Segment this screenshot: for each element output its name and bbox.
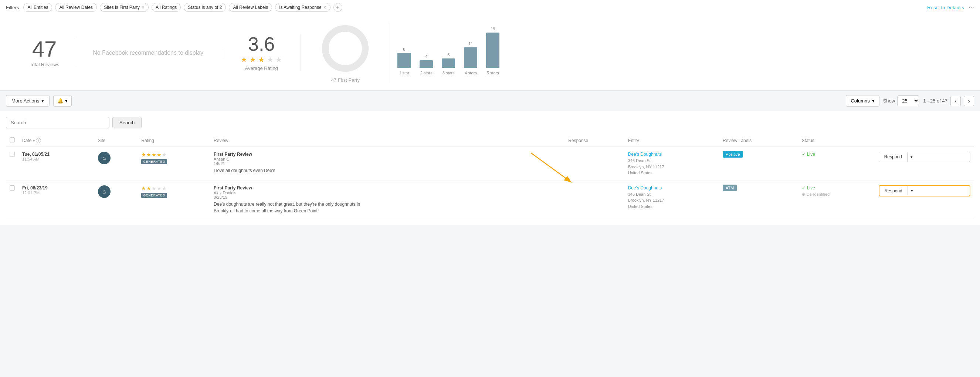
header-review-labels: Review Labels <box>719 134 798 147</box>
filter-chip-awaiting-response[interactable]: Is Awaiting Response × <box>275 3 331 12</box>
bar-value: 5 <box>447 53 450 57</box>
header-site: Site <box>94 134 138 147</box>
sort-icon: ▾ <box>33 139 35 143</box>
filter-chip-label: Sites is First Party <box>104 5 140 10</box>
facebook-message: No Facebook recommendations to display <box>93 48 203 58</box>
entity-link[interactable]: Dee's Doughnuts <box>628 185 715 190</box>
star-1: ★ <box>241 56 247 64</box>
search-button[interactable]: Search <box>112 117 142 128</box>
row-date-time: 11:54 AM <box>22 157 91 161</box>
row-date-col: Fri, 08/23/19 12:01 PM <box>19 181 94 219</box>
row-status-col: ✓ Live ⊘ De-Identified <box>798 181 875 219</box>
pagination: 1 - 25 of 47 ‹ › <box>923 96 974 106</box>
row-rating-col: ★ ★ ★ ★ ★ GENERATED <box>137 147 210 181</box>
row-entity-col: Dee's Doughnuts 346 Dean St.Brooklyn, NY… <box>624 181 719 219</box>
row-checkbox[interactable] <box>10 152 15 157</box>
row-review-col: First Party Review Ahsan Q. 1/5/21 I lov… <box>210 147 565 181</box>
bar-rect <box>486 32 500 68</box>
review-date: 8/23/19 <box>214 195 561 200</box>
check-icon: ✓ <box>802 152 805 157</box>
review-title: First Party Review <box>214 185 561 190</box>
facebook-block: No Facebook recommendations to display <box>74 48 222 58</box>
prev-page-button[interactable]: ‹ <box>950 96 961 106</box>
info-icon[interactable]: i <box>36 138 41 143</box>
review-text: I love all doughnuts even Dee's <box>214 167 369 174</box>
star-filled: ★ <box>146 152 151 158</box>
respond-button-label[interactable]: Respond <box>879 152 907 162</box>
rating-stars: ★ ★ ★ ★ ★ <box>241 55 282 64</box>
pagination-text: 1 - 25 of 47 <box>923 98 947 104</box>
row-entity-col: Dee's Doughnuts 346 Dean St.Brooklyn, NY… <box>624 147 719 181</box>
columns-button[interactable]: Columns ▾ <box>846 95 879 107</box>
site-icon: ⌂ <box>98 185 111 198</box>
bell-button[interactable]: 🔔 ▾ <box>53 95 72 107</box>
entity-link[interactable]: Dee's Doughnuts <box>628 152 715 157</box>
header-actions <box>875 134 974 147</box>
generated-badge: GENERATED <box>141 159 167 164</box>
bar-rect <box>442 59 455 68</box>
review-title: First Party Review <box>214 152 561 157</box>
bar-column: 114 stars <box>464 42 477 75</box>
filter-chip-label: All Entities <box>27 5 48 10</box>
star-filled: ★ <box>141 185 146 191</box>
average-rating-block: 3.6 ★ ★ ★ ★ ★ Average Rating <box>222 34 301 71</box>
respond-button-highlighted[interactable]: Respond ▾ <box>879 185 970 196</box>
respond-dropdown-icon[interactable]: ▾ <box>908 186 916 195</box>
filter-chip-close-icon[interactable]: × <box>142 5 145 10</box>
filter-chip-all-ratings[interactable]: All Ratings <box>151 3 181 12</box>
bar-rect <box>420 60 433 68</box>
bar-value: 19 <box>490 27 495 31</box>
more-actions-button[interactable]: More Actions ▾ <box>6 95 49 107</box>
bars-container: 81 star42 stars53 stars114 stars195 star… <box>398 31 500 75</box>
review-author: Alex Daniels <box>214 190 561 195</box>
show-select[interactable]: 25 50 100 <box>897 96 920 106</box>
toolbar: More Actions ▾ 🔔 ▾ Columns ▾ Show 25 50 … <box>0 91 980 111</box>
respond-dropdown-icon[interactable]: ▾ <box>907 152 916 162</box>
header-date[interactable]: Date ▾ i <box>19 134 94 147</box>
star-3: ★ <box>258 56 265 64</box>
rating-stars-row: ★ ★ ★ ★ ★ <box>141 185 206 191</box>
filter-chip-label: All Ratings <box>156 5 177 10</box>
row-date-main: Tue, 01/05/21 <box>22 152 91 157</box>
add-filter-button[interactable]: + <box>333 3 342 12</box>
star-filled: ★ <box>151 152 156 158</box>
bar-label: 1 star <box>399 71 410 75</box>
filter-chip-close-icon[interactable]: × <box>323 5 326 10</box>
reviews-table: Date ▾ i Site Rating Review Response Ent… <box>6 134 974 219</box>
row-checkbox[interactable] <box>10 185 15 190</box>
bar-label: 3 stars <box>442 71 455 75</box>
star-empty: ★ <box>162 185 167 191</box>
star-empty: ★ <box>157 185 162 191</box>
header-entity: Entity <box>624 134 719 147</box>
respond-button-label[interactable]: Respond <box>880 186 908 196</box>
respond-button[interactable]: Respond ▾ <box>879 152 970 162</box>
total-reviews-block: 47 Total Reviews <box>15 38 74 67</box>
status-deidentified: ⊘ De-Identified <box>802 192 871 197</box>
reset-defaults-link[interactable]: Reset to Defaults <box>927 5 964 10</box>
header-review: Review <box>210 134 565 147</box>
search-input[interactable] <box>6 117 110 128</box>
filter-chip-all-review-dates[interactable]: All Review Dates <box>55 3 97 12</box>
bar-label: 5 stars <box>487 71 499 75</box>
table-row: Fri, 08/23/19 12:01 PM ⌂ ★ ★ ★ ★ ★ <box>6 181 974 219</box>
filter-chip-sites-first-party[interactable]: Sites is First Party × <box>100 3 149 12</box>
select-all-checkbox[interactable] <box>10 137 15 142</box>
filter-chip-status-any-2[interactable]: Status is any of 2 <box>184 3 226 12</box>
more-options-icon[interactable]: ··· <box>969 4 974 11</box>
star-filled: ★ <box>141 152 146 158</box>
total-reviews-label: Total Reviews <box>30 62 59 67</box>
filter-chip-label: Status is any of 2 <box>188 5 222 10</box>
bar-column: 81 star <box>398 47 411 75</box>
rating-stars-row: ★ ★ ★ ★ ★ <box>141 152 206 158</box>
review-text: Dee's doughnuts are really not that grea… <box>214 201 369 214</box>
row-site-col: ⌂ <box>94 147 138 181</box>
site-icon: ⌂ <box>98 152 111 164</box>
stats-area: 47 Total Reviews No Facebook recommendat… <box>0 15 980 91</box>
header-response: Response <box>565 134 624 147</box>
bar-label: 2 stars <box>420 71 433 75</box>
average-rating-number: 3.6 <box>248 34 275 54</box>
bar-column: 195 stars <box>486 27 500 75</box>
filter-chip-all-review-labels[interactable]: All Review Labels <box>229 3 272 12</box>
next-page-button[interactable]: › <box>964 96 974 106</box>
filter-chip-all-entities[interactable]: All Entities <box>23 3 52 12</box>
